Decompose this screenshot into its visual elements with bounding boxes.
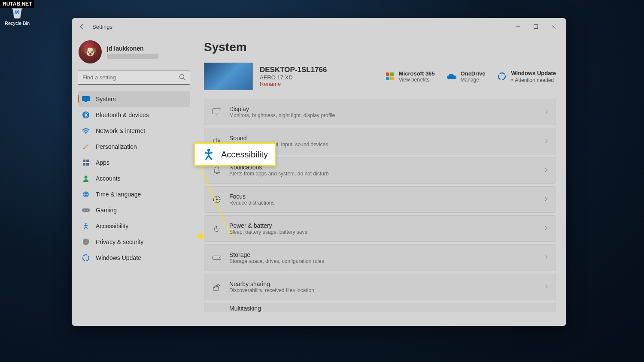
setting-subtitle: Reduce distractions: [229, 200, 274, 206]
svg-point-19: [87, 210, 88, 211]
svg-rect-11: [83, 163, 85, 166]
svg-point-13: [85, 175, 88, 178]
svg-rect-2: [534, 25, 538, 29]
setting-title: Nearby sharing: [229, 281, 314, 287]
svg-point-8: [85, 133, 86, 134]
user-email-placeholder: [107, 54, 158, 59]
content-area: System DESKTOP-1SL1766 AERO 17 XD Rename…: [196, 35, 566, 326]
close-button[interactable]: [545, 20, 563, 33]
chevron-right-icon: [544, 108, 548, 116]
sidebar-item-label: Accounts: [96, 175, 121, 182]
power-icon: [212, 224, 222, 233]
back-button[interactable]: [75, 20, 89, 33]
onedrive-card[interactable]: OneDriveManage: [447, 70, 486, 83]
setting-title: Focus: [229, 193, 274, 200]
update-title: Windows Update: [511, 70, 556, 76]
sidebar-item-label: System: [96, 96, 116, 103]
system-icon: [82, 95, 90, 103]
onedrive-sub: Manage: [461, 77, 486, 83]
sidebar-item-accessibility[interactable]: Accessibility: [78, 218, 190, 234]
callout-accessibility: Accessibility: [194, 142, 276, 166]
sidebar-item-gamepad[interactable]: Gaming: [78, 202, 190, 218]
app-title: Settings: [92, 24, 112, 30]
page-title: System: [204, 40, 556, 54]
sidebar-item-system[interactable]: System: [78, 91, 190, 107]
svg-rect-6: [85, 101, 87, 102]
svg-point-20: [85, 223, 86, 224]
chevron-right-icon: [544, 196, 548, 203]
microsoft-365-card[interactable]: Microsoft 365View benefits: [385, 70, 435, 83]
sidebar-item-update[interactable]: Windows Update: [78, 250, 190, 265]
sidebar-item-globe[interactable]: Time & language: [78, 186, 190, 202]
setting-title: Display: [229, 106, 335, 112]
setting-row-storage[interactable]: StorageStorage space, drives, configurat…: [204, 244, 556, 271]
sidebar-item-apps[interactable]: Apps: [78, 154, 190, 170]
maximize-button[interactable]: [527, 20, 545, 33]
settings-window: Settings 🐶 jd laukkonen SystemBluet: [72, 18, 566, 326]
sidebar-item-wifi[interactable]: Network & internet: [78, 123, 190, 139]
svg-line-4: [184, 78, 186, 81]
setting-subtitle: Discoverability, received files location: [229, 287, 314, 293]
setting-subtitle: Monitors, brightness, night light, displ…: [229, 112, 335, 118]
m365-title: Microsoft 365: [399, 70, 435, 77]
chevron-right-icon: [544, 137, 548, 145]
username-label: jd laukkonen: [107, 45, 158, 52]
shield-icon: [82, 238, 90, 246]
minimize-button[interactable]: [509, 20, 527, 33]
rename-link[interactable]: Rename: [260, 81, 327, 87]
sidebar-item-label: Time & language: [96, 191, 141, 198]
setting-row-multitasking[interactable]: Multitasking: [204, 303, 556, 312]
sidebar-item-brush[interactable]: Personalization: [78, 139, 190, 154]
sidebar-item-label: Gaming: [96, 207, 117, 214]
sidebar-item-label: Personalization: [96, 143, 137, 150]
setting-row-display[interactable]: DisplayMonitors, brightness, night light…: [204, 99, 556, 125]
gamepad-icon: [82, 206, 90, 214]
pc-name: DESKTOP-1SL1766: [260, 66, 327, 74]
setting-row-focus[interactable]: FocusReduce distractions: [204, 186, 556, 213]
avatar: 🐶: [79, 40, 102, 63]
sidebar-item-person[interactable]: Accounts: [78, 170, 190, 186]
display-icon: [212, 107, 222, 117]
setting-title: Power & battery: [229, 222, 309, 229]
minimize-icon: [515, 24, 520, 29]
setting-row-power[interactable]: Power & batterySleep, battery usage, bat…: [204, 215, 556, 242]
titlebar: Settings: [72, 18, 566, 35]
m365-sub: View benefits: [399, 77, 435, 83]
brush-icon: [82, 143, 90, 151]
pc-model: AERO 17 XD: [260, 74, 327, 81]
storage-icon: [212, 253, 222, 262]
maximize-icon: [533, 24, 538, 29]
windows-update-card[interactable]: Windows UpdateAttention needed: [497, 70, 556, 83]
recycle-bin-label: Recycle Bin: [3, 21, 31, 26]
arrow-left-icon: [79, 23, 85, 30]
svg-rect-17: [82, 208, 90, 212]
svg-point-3: [180, 75, 184, 79]
watermark-label: RUTAB.NET: [0, 0, 34, 8]
setting-title: Storage: [229, 251, 324, 258]
accessibility-icon: [82, 222, 90, 230]
svg-rect-10: [86, 160, 89, 162]
sidebar-item-label: Accessibility: [96, 223, 128, 229]
search-container: [78, 70, 190, 85]
sidebar-item-label: Windows Update: [96, 254, 141, 261]
svg-rect-5: [82, 96, 90, 101]
sidebar-item-shield[interactable]: Privacy & security: [78, 234, 190, 250]
sidebar-item-bluetooth[interactable]: Bluetooth & devices: [78, 107, 190, 123]
user-account-row[interactable]: 🐶 jd laukkonen: [78, 39, 190, 69]
setting-row-share[interactable]: Nearby sharingDiscoverability, received …: [204, 274, 556, 300]
pc-info-card: DESKTOP-1SL1766 AERO 17 XD Rename Micros…: [204, 63, 556, 90]
update-sub: Attention needed: [511, 76, 556, 83]
svg-rect-12: [86, 163, 89, 166]
sidebar-item-label: Apps: [96, 159, 109, 166]
sidebar-item-label: Bluetooth & devices: [96, 112, 149, 118]
chevron-right-icon: [544, 254, 548, 262]
search-input[interactable]: [78, 70, 190, 85]
desktop-thumbnail: [204, 63, 253, 90]
chevron-right-icon: [544, 225, 548, 232]
accessibility-icon: [202, 148, 215, 161]
svg-rect-23: [213, 109, 221, 114]
share-icon: [212, 282, 222, 292]
apps-icon: [82, 159, 90, 166]
bell-icon: [212, 166, 222, 175]
wifi-icon: [82, 127, 90, 135]
